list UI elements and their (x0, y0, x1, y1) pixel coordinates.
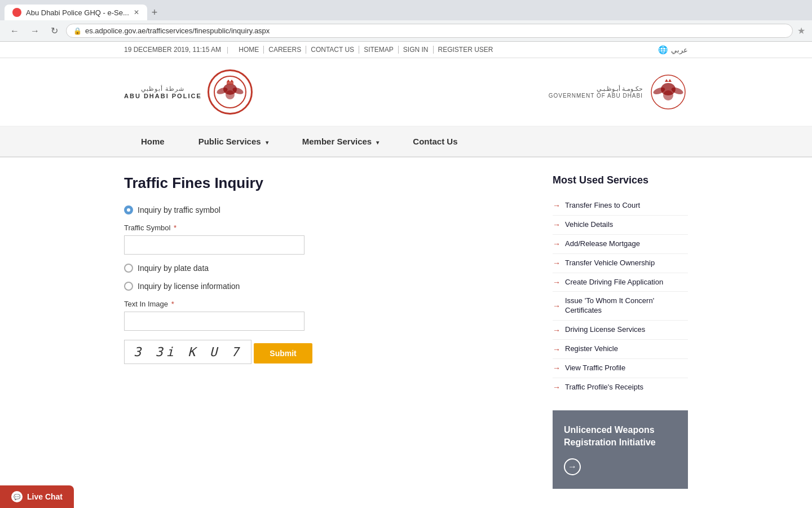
nav-home[interactable]: HOME (234, 46, 264, 54)
back-button[interactable]: ← (7, 25, 23, 37)
forward-button[interactable]: → (27, 25, 43, 37)
svg-rect-5 (227, 82, 233, 85)
nav-item-contact-us[interactable]: Contact Us (396, 126, 474, 156)
page: 19 DECEMBER 2019, 11:15 AM | HOME CAREER… (0, 42, 812, 508)
tab-favicon (12, 8, 21, 17)
sidebar-link-driving-file[interactable]: Create Driving File Application (565, 278, 663, 287)
sidebar-link-transfer-ownership[interactable]: Transfer Vehicle Ownership (565, 259, 655, 268)
sidebar-link-vehicle-details[interactable]: Vehicle Details (565, 220, 613, 230)
nav-item-public-services[interactable]: Public Services ▾ (182, 126, 285, 156)
text-in-image-label: Text In Image * (124, 300, 519, 308)
nav-signin[interactable]: SIGN IN (399, 46, 434, 54)
option-label-plate: Inquiry by plate data (138, 264, 209, 273)
text-in-image-field: Text In Image * (124, 300, 519, 331)
nav-sitemap[interactable]: SITEMAP (359, 46, 399, 54)
inquiry-option-license[interactable]: Inquiry by license information (124, 282, 519, 291)
list-item: → Vehicle Details (553, 216, 688, 235)
list-item: → Add/Release Mortgage (553, 235, 688, 254)
header: شرطة أبوظبي ABU DHABI POLICE (0, 58, 812, 126)
inquiry-option-traffic-symbol[interactable]: Inquiry by traffic symbol (124, 205, 519, 214)
separator: | (227, 46, 228, 54)
language-toggle[interactable]: عربي (671, 46, 688, 54)
list-item: → View Traffic Profile (553, 359, 688, 378)
list-item: → Transfer Vehicle Ownership (553, 254, 688, 273)
list-item: → Traffic Profile's Receipts (553, 378, 688, 397)
radio-license[interactable] (124, 282, 133, 291)
logo-english: ABU DHABI POLICE (124, 93, 202, 99)
sidebar-link-traffic-profile[interactable]: View Traffic Profile (565, 364, 625, 373)
sidebar-title: Most Used Services (553, 174, 688, 186)
arrow-icon: → (553, 239, 561, 248)
captcha-image: 3 3i K U 7 (124, 340, 251, 364)
traffic-symbol-input[interactable] (124, 235, 304, 255)
list-item: → Issue 'To Whom It Concern' Certificate… (553, 292, 688, 321)
govt-english: GOVERNMENT OF ABU DHABI (549, 93, 643, 99)
list-item: → Register Vehicle (553, 340, 688, 359)
live-chat-label: Live Chat (27, 492, 63, 501)
submit-button[interactable]: Submit (254, 343, 312, 364)
logo-text-left: شرطة أبوظبي ABU DHABI POLICE (124, 85, 202, 99)
tab-bar: Abu Dhabi Police GHQ - e-Se... ✕ + (0, 0, 812, 20)
url-bar[interactable]: 🔒 es.adpolice.gov.ae/trafficservices/fin… (66, 24, 793, 38)
sidebar-links-list: → Transfer Fines to Court → Vehicle Deta… (553, 196, 688, 397)
radio-traffic-symbol[interactable] (124, 205, 133, 214)
govt-emblem (648, 72, 688, 112)
nav-link-public-services[interactable]: Public Services ▾ (182, 126, 285, 156)
sidebar-link-mortgage[interactable]: Add/Release Mortgage (565, 239, 640, 249)
top-bar-left: 19 DECEMBER 2019, 11:15 AM | HOME CAREER… (124, 46, 498, 54)
top-bar: 19 DECEMBER 2019, 11:15 AM | HOME CAREER… (0, 42, 812, 58)
content-area: Traffic Fines Inquiry Inquiry by traffic… (0, 157, 812, 506)
chat-bubble-icon: 💬 (11, 491, 23, 502)
sidebar-link-receipts[interactable]: Traffic Profile's Receipts (565, 383, 643, 392)
nav-link-contact-us[interactable]: Contact Us (396, 126, 474, 156)
active-tab[interactable]: Abu Dhabi Police GHQ - e-Se... ✕ (5, 5, 147, 20)
live-chat-button[interactable]: 💬 Live Chat (0, 485, 74, 508)
browser-chrome: Abu Dhabi Police GHQ - e-Se... ✕ + ← → ↻… (0, 0, 812, 42)
list-item: → Transfer Fines to Court (553, 196, 688, 216)
datetime: 19 DECEMBER 2019, 11:15 AM (124, 46, 221, 54)
url-text: es.adpolice.gov.ae/trafficservices/fines… (85, 27, 270, 35)
nav-item-home[interactable]: Home (124, 126, 182, 156)
arrow-icon: → (553, 201, 561, 210)
globe-icon: 🌐 (658, 45, 668, 54)
radio-plate[interactable] (124, 264, 133, 273)
nav-item-member-services[interactable]: Member Services ▾ (285, 126, 396, 156)
new-tab-button[interactable]: + (147, 7, 162, 19)
sidebar: Most Used Services → Transfer Fines to C… (553, 174, 688, 489)
sidebar-link-transfer-fines[interactable]: Transfer Fines to Court (565, 201, 640, 211)
arrow-icon: → (553, 326, 561, 335)
arrow-icon: → (553, 220, 561, 229)
logo-arabic: شرطة أبوظبي (141, 85, 184, 93)
inquiry-option-plate[interactable]: Inquiry by plate data (124, 264, 519, 273)
text-in-image-input[interactable] (124, 312, 304, 331)
tab-close-button[interactable]: ✕ (134, 8, 139, 16)
svg-marker-6 (227, 80, 233, 82)
arrow-icon: → (553, 364, 561, 373)
nav-contact[interactable]: CONTACT US (306, 46, 359, 54)
sidebar-link-certificates[interactable]: Issue 'To Whom It Concern' Certificates (565, 296, 688, 316)
nav-careers[interactable]: CAREERS (264, 46, 306, 54)
list-item: → Driving License Services (553, 321, 688, 340)
promo-box: Unlicenced Weapons Registration Initiati… (553, 410, 688, 489)
promo-arrow-button[interactable]: → (564, 458, 581, 475)
nav-register[interactable]: REGISTER USER (434, 46, 498, 54)
option-label-license: Inquiry by license information (138, 282, 240, 291)
arrow-icon: → (553, 345, 561, 354)
top-nav: HOME CAREERS CONTACT US SITEMAP SIGN IN … (234, 46, 497, 54)
main-nav: Home Public Services ▾ Member Services ▾… (0, 126, 812, 157)
top-bar-right: 🌐 عربي (658, 45, 688, 54)
nav-link-home[interactable]: Home (124, 126, 182, 156)
arrow-icon: → (553, 301, 561, 310)
reload-button[interactable]: ↻ (47, 24, 61, 37)
chevron-down-icon: ▾ (266, 139, 268, 146)
sidebar-link-register-vehicle[interactable]: Register Vehicle (565, 344, 618, 354)
arrow-icon: → (553, 259, 561, 268)
page-title: Traffic Fines Inquiry (124, 174, 519, 192)
nav-link-member-services[interactable]: Member Services ▾ (285, 126, 396, 156)
svg-marker-12 (665, 79, 672, 82)
logo-right: حكـومـة أبـوظـبـي GOVERNMENT OF ABU DHAB… (549, 72, 688, 112)
bookmark-button[interactable]: ★ (797, 25, 805, 36)
option-label-traffic-symbol: Inquiry by traffic symbol (138, 205, 220, 214)
sidebar-link-driving-license[interactable]: Driving License Services (565, 325, 645, 335)
police-logo-emblem (208, 69, 253, 115)
